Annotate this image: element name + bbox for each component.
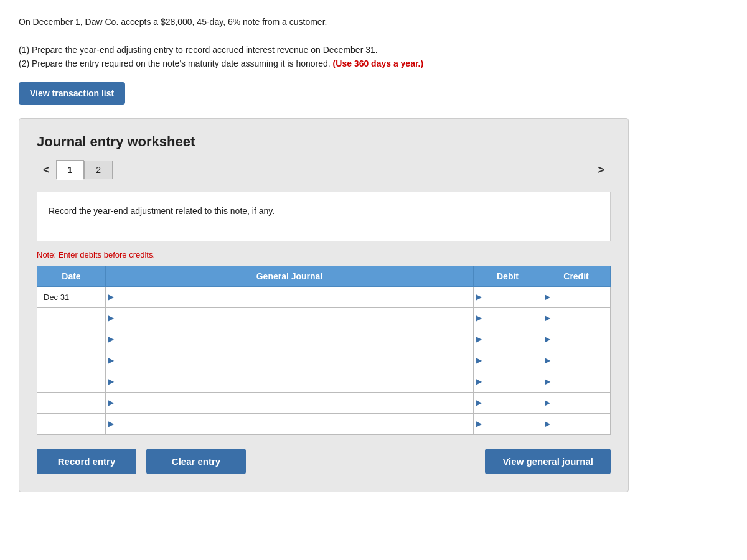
credit-cell[interactable]: ▶ bbox=[542, 413, 611, 434]
credit-input[interactable] bbox=[553, 371, 610, 392]
debit-arrow-icon: ▶ bbox=[476, 419, 482, 428]
row-arrow-icon: ▶ bbox=[108, 377, 114, 386]
intro-line2: (1) Prepare the year-end adjusting entry… bbox=[19, 43, 728, 57]
debit-arrow-icon: ▶ bbox=[476, 377, 482, 386]
header-date: Date bbox=[37, 266, 106, 286]
general-journal-cell[interactable]: ▶ bbox=[106, 329, 474, 350]
general-journal-input[interactable] bbox=[117, 371, 473, 392]
debit-cell[interactable]: ▶ bbox=[474, 307, 542, 329]
date-cell bbox=[37, 413, 106, 434]
general-journal-cell[interactable]: ▶ bbox=[106, 350, 474, 371]
tab-2[interactable]: 2 bbox=[84, 161, 113, 179]
credit-cell[interactable]: ▶ bbox=[542, 350, 611, 371]
table-row: Dec 31▶▶▶ bbox=[37, 286, 611, 307]
credit-arrow-icon: ▶ bbox=[545, 377, 550, 386]
row-arrow-icon: ▶ bbox=[108, 398, 114, 407]
debit-arrow-icon: ▶ bbox=[476, 335, 482, 343]
view-general-journal-button[interactable]: View general journal bbox=[485, 449, 611, 474]
intro-section: On December 1, Daw Co. accepts a $28,000… bbox=[19, 15, 728, 71]
debit-cell[interactable]: ▶ bbox=[474, 413, 542, 434]
intro-line3-text: (2) Prepare the entry required on the no… bbox=[19, 58, 333, 68]
debit-input[interactable] bbox=[485, 393, 542, 413]
general-journal-cell[interactable]: ▶ bbox=[106, 392, 474, 413]
table-row: ▶▶▶ bbox=[37, 392, 611, 413]
tab-next-arrow[interactable]: > bbox=[591, 160, 611, 180]
debit-cell[interactable]: ▶ bbox=[474, 286, 542, 307]
journal-table: Date General Journal Debit Credit Dec 31… bbox=[37, 266, 611, 435]
credit-arrow-icon: ▶ bbox=[545, 292, 550, 301]
row-arrow-icon: ▶ bbox=[108, 314, 114, 322]
table-row: ▶▶▶ bbox=[37, 329, 611, 350]
debit-input[interactable] bbox=[485, 414, 542, 434]
debit-arrow-icon: ▶ bbox=[476, 292, 482, 301]
date-cell bbox=[37, 329, 106, 350]
table-row: ▶▶▶ bbox=[37, 307, 611, 329]
general-journal-input[interactable] bbox=[117, 350, 473, 371]
clear-entry-button[interactable]: Clear entry bbox=[146, 449, 246, 474]
debit-cell[interactable]: ▶ bbox=[474, 350, 542, 371]
credit-cell[interactable]: ▶ bbox=[542, 371, 611, 392]
header-credit: Credit bbox=[542, 266, 611, 286]
general-journal-input[interactable] bbox=[117, 414, 473, 434]
intro-line1: On December 1, Daw Co. accepts a $28,000… bbox=[19, 15, 728, 29]
general-journal-cell[interactable]: ▶ bbox=[106, 371, 474, 392]
header-general-journal: General Journal bbox=[106, 266, 474, 286]
tab-1[interactable]: 1 bbox=[56, 160, 85, 180]
credit-input[interactable] bbox=[553, 329, 610, 350]
debit-input[interactable] bbox=[485, 329, 542, 350]
debit-cell[interactable]: ▶ bbox=[474, 329, 542, 350]
credit-arrow-icon: ▶ bbox=[545, 314, 550, 322]
general-journal-cell[interactable]: ▶ bbox=[106, 413, 474, 434]
credit-cell[interactable]: ▶ bbox=[542, 307, 611, 329]
date-cell bbox=[37, 350, 106, 371]
general-journal-cell[interactable]: ▶ bbox=[106, 307, 474, 329]
credit-arrow-icon: ▶ bbox=[545, 356, 550, 365]
table-row: ▶▶▶ bbox=[37, 413, 611, 434]
credit-input[interactable] bbox=[553, 308, 610, 329]
debit-input[interactable] bbox=[485, 350, 542, 371]
row-arrow-icon: ▶ bbox=[108, 292, 114, 301]
intro-highlight: (Use 360 days a year.) bbox=[333, 58, 424, 68]
credit-arrow-icon: ▶ bbox=[545, 335, 550, 343]
date-cell bbox=[37, 371, 106, 392]
debit-arrow-icon: ▶ bbox=[476, 314, 482, 322]
credit-input[interactable] bbox=[553, 393, 610, 413]
general-journal-input[interactable] bbox=[117, 393, 473, 413]
debit-input[interactable] bbox=[485, 308, 542, 329]
credit-cell[interactable]: ▶ bbox=[542, 286, 611, 307]
tab-prev-arrow[interactable]: < bbox=[37, 161, 56, 179]
action-buttons: Record entry Clear entry View general jo… bbox=[37, 449, 611, 474]
intro-line3: (2) Prepare the entry required on the no… bbox=[19, 57, 728, 70]
general-journal-input[interactable] bbox=[117, 308, 473, 329]
date-cell bbox=[37, 392, 106, 413]
debit-input[interactable] bbox=[485, 371, 542, 392]
record-entry-button[interactable]: Record entry bbox=[37, 449, 136, 474]
debit-arrow-icon: ▶ bbox=[476, 398, 482, 407]
table-row: ▶▶▶ bbox=[37, 350, 611, 371]
debit-cell[interactable]: ▶ bbox=[474, 392, 542, 413]
credit-arrow-icon: ▶ bbox=[545, 419, 550, 428]
credit-arrow-icon: ▶ bbox=[545, 398, 550, 407]
worksheet-title: Journal entry worksheet bbox=[37, 134, 611, 150]
tab-navigation: < 1 2 > bbox=[37, 160, 611, 180]
view-transaction-list-button[interactable]: View transaction list bbox=[19, 82, 125, 105]
instruction-box: Record the year-end adjustment related t… bbox=[37, 192, 611, 241]
table-row: ▶▶▶ bbox=[37, 371, 611, 392]
general-journal-cell[interactable]: ▶ bbox=[106, 286, 474, 307]
row-arrow-icon: ▶ bbox=[108, 419, 114, 428]
debit-cell[interactable]: ▶ bbox=[474, 371, 542, 392]
credit-input[interactable] bbox=[553, 287, 610, 307]
general-journal-input[interactable] bbox=[117, 329, 473, 350]
debit-input[interactable] bbox=[485, 287, 542, 307]
credit-cell[interactable]: ▶ bbox=[542, 392, 611, 413]
credit-input[interactable] bbox=[553, 350, 610, 371]
instruction-text: Record the year-end adjustment related t… bbox=[49, 206, 275, 216]
credit-cell[interactable]: ▶ bbox=[542, 329, 611, 350]
row-arrow-icon: ▶ bbox=[108, 356, 114, 365]
note-debits-before-credits: Note: Enter debits before credits. bbox=[37, 250, 611, 259]
credit-input[interactable] bbox=[553, 414, 610, 434]
general-journal-input[interactable] bbox=[117, 287, 473, 307]
date-cell bbox=[37, 307, 106, 329]
date-cell: Dec 31 bbox=[37, 286, 106, 307]
header-debit: Debit bbox=[474, 266, 542, 286]
